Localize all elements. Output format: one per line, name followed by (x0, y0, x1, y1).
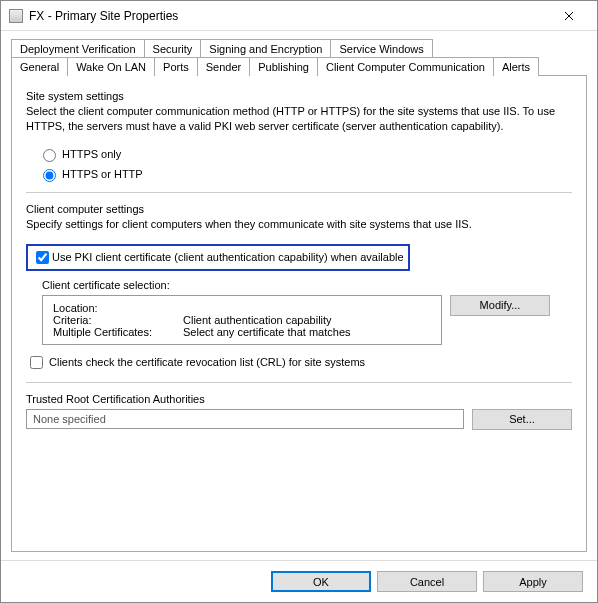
site-settings-description: Select the client computer communication… (26, 104, 572, 134)
cert-criteria-label: Criteria: (53, 314, 183, 326)
cert-multiple-value: Select any certificate that matches (183, 326, 351, 338)
window-title: FX - Primary Site Properties (29, 9, 549, 23)
cert-selection-group: Client certificate selection: Location: … (42, 279, 572, 345)
trusted-value-box: None specified (26, 409, 464, 429)
use-pki-checkbox[interactable] (36, 251, 49, 264)
cancel-button[interactable]: Cancel (377, 571, 477, 592)
tab-sender[interactable]: Sender (197, 57, 250, 76)
tab-client-computer-communication[interactable]: Client Computer Communication (317, 57, 494, 76)
modify-button[interactable]: Modify... (450, 295, 550, 316)
client-settings-heading: Client computer settings (26, 203, 572, 215)
title-bar: FX - Primary Site Properties (1, 1, 597, 31)
crl-checkbox[interactable] (30, 356, 43, 369)
separator-2 (26, 382, 572, 383)
cert-criteria-value: Client authentication capability (183, 314, 332, 326)
client-settings-description: Specify settings for client computers wh… (26, 217, 572, 232)
tab-wake-on-lan[interactable]: Wake On LAN (67, 57, 155, 76)
radio-https-or-http[interactable] (43, 169, 56, 182)
use-pki-highlight: Use PKI client certificate (client authe… (26, 244, 410, 271)
radio-https-only-row[interactable]: HTTPS only (38, 146, 572, 162)
tab-general[interactable]: General (11, 57, 68, 76)
content-area: Deployment Verification Security Signing… (1, 31, 597, 560)
radio-https-or-http-label: HTTPS or HTTP (62, 168, 143, 180)
radio-https-only[interactable] (43, 149, 56, 162)
trusted-heading: Trusted Root Certification Authorities (26, 393, 572, 405)
ok-button[interactable]: OK (271, 571, 371, 592)
cert-selection-box: Location: Criteria: Client authenticatio… (42, 295, 442, 345)
site-settings-heading: Site system settings (26, 90, 572, 102)
tab-publishing[interactable]: Publishing (249, 57, 318, 76)
radio-https-or-http-row[interactable]: HTTPS or HTTP (38, 166, 572, 182)
cert-location-label: Location: (53, 302, 183, 314)
dialog-footer: OK Cancel Apply (1, 560, 597, 602)
apply-button[interactable]: Apply (483, 571, 583, 592)
tab-security[interactable]: Security (144, 39, 202, 58)
use-pki-label: Use PKI client certificate (client authe… (52, 251, 404, 263)
separator-1 (26, 192, 572, 193)
tab-service-windows[interactable]: Service Windows (330, 39, 432, 58)
radio-https-only-label: HTTPS only (62, 148, 121, 160)
cert-multiple-label: Multiple Certificates: (53, 326, 183, 338)
tabs-row-2: General Wake On LAN Ports Sender Publish… (11, 57, 587, 76)
trusted-row: None specified Set... (26, 409, 572, 430)
close-icon (564, 11, 574, 21)
tab-deployment-verification[interactable]: Deployment Verification (11, 39, 145, 58)
tab-ports[interactable]: Ports (154, 57, 198, 76)
crl-check-row[interactable]: Clients check the certificate revocation… (26, 353, 572, 372)
tab-panel: Site system settings Select the client c… (11, 75, 587, 552)
crl-label: Clients check the certificate revocation… (49, 356, 365, 368)
cert-selection-label: Client certificate selection: (42, 279, 572, 291)
tab-alerts[interactable]: Alerts (493, 57, 539, 76)
app-icon (9, 9, 23, 23)
tab-signing-encryption[interactable]: Signing and Encryption (200, 39, 331, 58)
set-button[interactable]: Set... (472, 409, 572, 430)
close-button[interactable] (549, 2, 589, 30)
tabs-row-1: Deployment Verification Security Signing… (11, 39, 587, 58)
